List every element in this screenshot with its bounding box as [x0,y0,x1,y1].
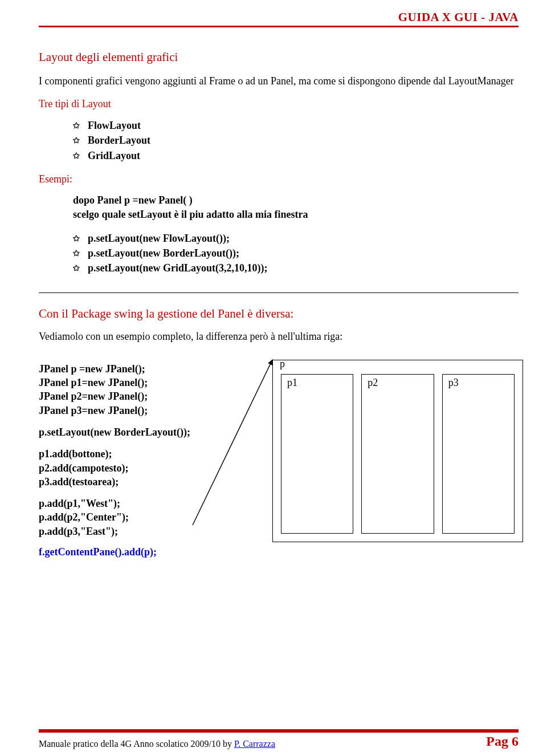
list-item: ✩GridLayout [73,148,519,163]
star-icon: ✩ [73,263,80,274]
section-heading-layout: Layout degli elementi grafici [39,50,519,64]
footer-text: Manuale pratico della 4G Anno scolatico … [39,739,275,749]
list-item: ✩p.setLayout(new FlowLayout()); [73,231,519,246]
swing-intro: Vediamolo con un esempio completo, la di… [39,330,519,343]
inner-panel-p2: p2 [361,374,434,534]
star-icon: ✩ [73,120,80,132]
subheading-tre-tipi: Tre tipi di Layout [39,98,519,110]
esempi-intro: dopo Panel p =new Panel( ) scelgo quale … [73,193,519,222]
code-final: f.getContentPane().add(p); [39,546,255,558]
subheading-esempi: Esempi: [39,173,519,185]
panel-diagram: p p1 p2 p3 [255,354,523,542]
header-bar: GUIDA X GUI - JAVA [39,10,519,27]
swing-heading: Con il Package swing la gestione del Pan… [39,307,519,321]
divider [39,292,519,293]
star-icon: ✩ [73,135,80,147]
footer-bar [39,729,519,733]
list-item: ✩p.setLayout(new BorderLayout()); [73,246,519,261]
code-block-add: p1.add(bottone); p2.add(campotesto); p3.… [39,447,255,489]
esempi-list: ✩p.setLayout(new FlowLayout()); ✩p.setLa… [73,231,519,275]
star-icon: ✩ [73,248,80,259]
layout-types-list: ✩FlowLayout ✩BorderLayout ✩GridLayout [73,118,519,162]
star-icon: ✩ [73,151,80,162]
inner-panel-p3: p3 [442,374,515,534]
code-block-1: JPanel p =new JPanel(); JPanel p1=new JP… [39,362,255,417]
intro-paragraph: I componenti grafici vengono aggiunti al… [39,75,519,88]
list-item: ✩BorderLayout [73,133,519,148]
footer: Manuale pratico della 4G Anno scolatico … [0,729,547,756]
star-icon: ✩ [73,233,80,245]
author-link[interactable]: P. Carrazza [234,739,275,749]
list-item: ✩p.setLayout(new GridLayout(3,2,10,10)); [73,261,519,275]
code-line-setlayout: p.setLayout(new BorderLayout()); [39,425,255,439]
outer-panel-box: p p1 p2 p3 [272,360,523,542]
code-block-padd: p.add(p1,"West"); p.add(p2,"Center"); p.… [39,497,255,538]
page-number: Pag 6 [486,734,519,749]
header-title: GUIDA X GUI - JAVA [398,10,519,24]
label-p: p [280,358,285,370]
list-item: ✩FlowLayout [73,118,519,133]
inner-panel-p1: p1 [281,374,353,534]
